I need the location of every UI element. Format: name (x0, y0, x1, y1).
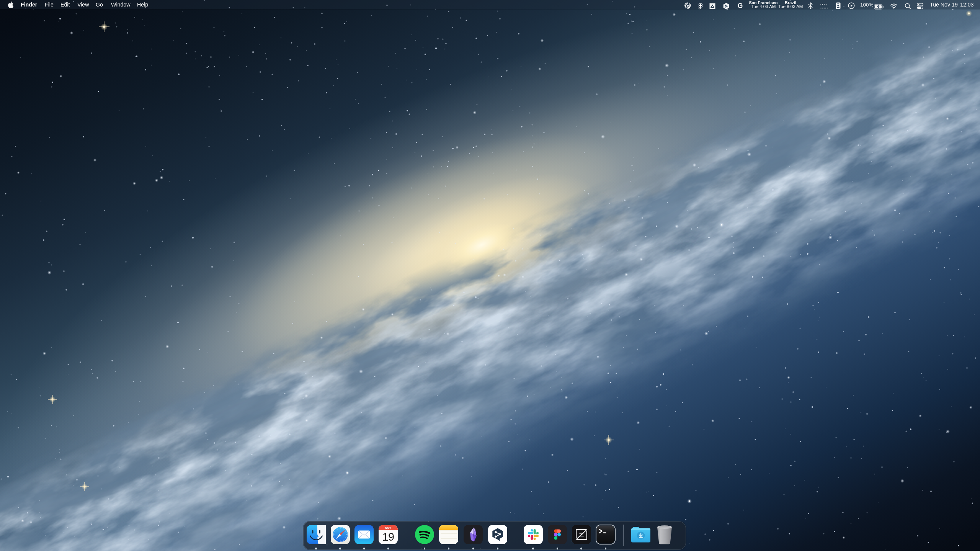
svg-text:19: 19 (382, 531, 394, 543)
svg-text:NOV: NOV (385, 526, 391, 529)
svg-text:G: G (738, 2, 743, 10)
